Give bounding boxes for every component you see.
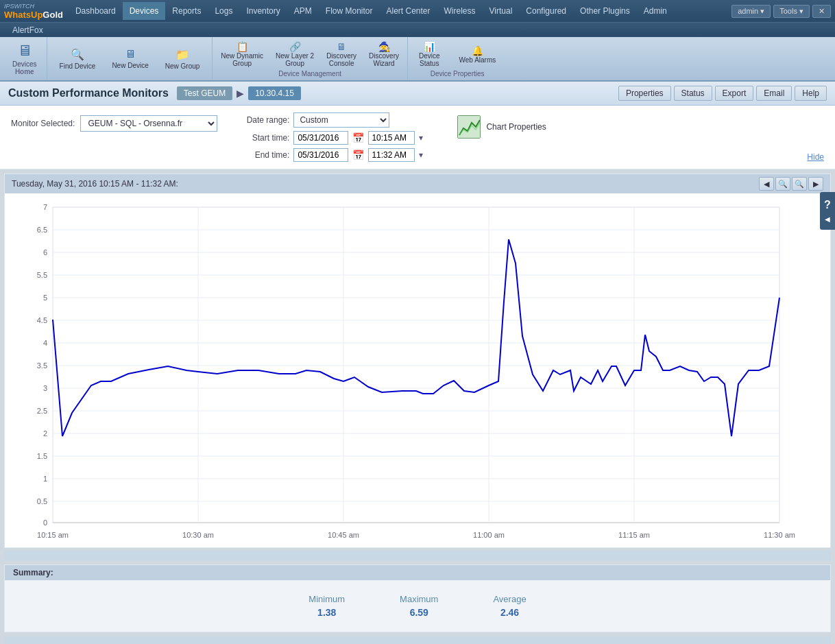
svg-text:5: 5: [43, 294, 47, 302]
svg-text:0.5: 0.5: [37, 497, 47, 505]
subnav-new-device[interactable]: 🖥 New Device: [105, 45, 155, 72]
svg-text:10:15 am: 10:15 am: [37, 531, 69, 539]
email-button[interactable]: Email: [756, 86, 792, 101]
help-button[interactable]: Help: [795, 86, 827, 101]
summary-min-col: Minimum 1.38: [308, 594, 345, 618]
chart-next-btn[interactable]: ▶: [808, 177, 823, 191]
page-title: Custom Performance Monitors: [8, 87, 169, 99]
summary-min-label: Minimum: [308, 594, 345, 604]
start-time-label: Start time:: [238, 133, 289, 143]
close-btn[interactable]: ✕: [812, 5, 831, 18]
subnav-new-group[interactable]: 📁 New Group: [158, 45, 207, 73]
monitor-select[interactable]: GEUM - SQL - Orsenna.fr: [80, 115, 217, 132]
chart-zoom-out-btn[interactable]: 🔍: [792, 177, 807, 191]
performance-chart: 7 6.5 6 5.5 5 4.5 4 3.5 3 2.5 2 1.5 1 0.…: [12, 200, 800, 543]
subnav-device-status[interactable]: 📊 DeviceStatus: [411, 38, 448, 70]
chart-area: 7 6.5 6 5.5 5 4.5 4 3.5 3 2.5 2 1.5 1 0.…: [5, 193, 830, 547]
svg-text:4: 4: [43, 339, 47, 347]
start-date-input[interactable]: [293, 131, 348, 145]
summary-avg-value: 2.46: [500, 607, 519, 618]
svg-text:2: 2: [43, 429, 47, 438]
chart-time-label: Tuesday, May 31, 2016 10:15 AM - 11:32 A…: [12, 179, 178, 189]
svg-text:11:00 am: 11:00 am: [473, 531, 505, 539]
chart-properties-group[interactable]: Chart Properties: [457, 115, 546, 139]
subnav-find-device[interactable]: 🔍 Find Device: [53, 45, 103, 73]
subnav-home[interactable]: 🖥 Devices Home: [3, 37, 47, 80]
chart-prev-btn[interactable]: ◀: [759, 177, 774, 191]
svg-text:11:30 am: 11:30 am: [764, 531, 795, 539]
nav-alertcenter[interactable]: Alert Center: [379, 2, 437, 20]
nav-configured[interactable]: Configured: [519, 2, 573, 20]
hide-link[interactable]: Hide: [807, 152, 824, 162]
chart-controls: ◀ 🔍 🔍 ▶: [759, 177, 823, 191]
nav-reports[interactable]: Reports: [165, 2, 208, 20]
svg-text:1: 1: [43, 475, 47, 483]
start-calendar-icon[interactable]: 📅: [352, 132, 364, 143]
help-panel[interactable]: ? ◀: [820, 192, 835, 230]
svg-text:7: 7: [43, 203, 47, 211]
admin-dropdown[interactable]: admin ▾: [731, 5, 771, 18]
help-collapse-icon[interactable]: ◀: [825, 215, 830, 223]
date-range-select[interactable]: Custom: [293, 112, 389, 128]
nav-devices[interactable]: Devices: [123, 2, 166, 20]
bottom-spacer: [4, 636, 831, 644]
subnav-new-layer2-group[interactable]: 🔗 New Layer 2Group: [270, 38, 319, 70]
monitor-select-group: Monitor Selected: GEUM - SQL - Orsenna.f…: [11, 115, 217, 132]
summary-avg-label: Average: [493, 594, 526, 604]
properties-button[interactable]: Properties: [618, 86, 671, 101]
nav-logs[interactable]: Logs: [208, 2, 239, 20]
nav-virtual[interactable]: Virtual: [483, 2, 520, 20]
subnav-discovery-wizard[interactable]: 🧙 DiscoveryWizard: [363, 38, 404, 70]
summary-header: Summary:: [5, 565, 830, 580]
chart-icon: [457, 115, 481, 139]
svg-text:11:15 am: 11:15 am: [618, 531, 650, 539]
svg-text:6.5: 6.5: [37, 226, 47, 234]
nav-apm[interactable]: APM: [287, 2, 319, 20]
chart-properties-label: Chart Properties: [486, 122, 546, 132]
chart-spacer: [4, 551, 831, 560]
summary-content: Minimum 1.38 Maximum 6.59 Average 2.46: [5, 580, 830, 632]
svg-text:6: 6: [43, 248, 47, 257]
subnav-new-dynamic-group[interactable]: 📋 New DynamicGroup: [215, 38, 269, 70]
summary-min-value: 1.38: [317, 607, 336, 618]
breadcrumb-device-btn[interactable]: Test GEUM: [177, 86, 232, 100]
nav-otherplugins[interactable]: Other Plugins: [573, 2, 637, 20]
end-time-label: End time:: [238, 150, 289, 160]
summary-max-value: 6.59: [410, 607, 428, 618]
nav-wireless[interactable]: Wireless: [437, 2, 483, 20]
svg-text:1.5: 1.5: [37, 452, 47, 460]
summary-section: Summary: Minimum 1.38 Maximum 6.59 Avera…: [4, 564, 831, 632]
breadcrumb-arrow: ▶: [237, 88, 244, 99]
svg-rect-1: [53, 207, 779, 523]
start-time-input[interactable]: [368, 131, 415, 145]
start-time-dropdown-icon[interactable]: ▾: [419, 133, 423, 143]
subnav-web-alarms[interactable]: 🔔 Web Alarms: [451, 43, 505, 67]
svg-text:0: 0: [43, 518, 47, 527]
svg-text:10:30 am: 10:30 am: [182, 531, 214, 539]
monitor-label: Monitor Selected:: [11, 119, 75, 128]
end-date-input[interactable]: [293, 148, 348, 162]
svg-text:5.5: 5.5: [37, 271, 47, 279]
nav-flowmonitor[interactable]: Flow Monitor: [319, 2, 380, 20]
export-button[interactable]: Export: [715, 86, 754, 101]
svg-text:4.5: 4.5: [37, 316, 47, 324]
summary-avg-col: Average 2.46: [493, 594, 526, 618]
svg-text:3.5: 3.5: [37, 361, 47, 370]
end-time-dropdown-icon[interactable]: ▾: [419, 150, 423, 160]
nav-alertfox[interactable]: AlertFox: [5, 24, 50, 36]
logo: IPSWITCH WhatsUpGold: [4, 3, 63, 20]
nav-inventory[interactable]: Inventory: [239, 2, 287, 20]
svg-text:10:45 am: 10:45 am: [328, 531, 359, 539]
nav-dashboard[interactable]: Dashboard: [69, 2, 123, 20]
status-button[interactable]: Status: [674, 86, 712, 101]
subnav-discovery-console[interactable]: 🖥 DiscoveryConsole: [321, 38, 362, 70]
help-question-icon[interactable]: ?: [824, 199, 831, 211]
end-time-input[interactable]: [368, 148, 415, 162]
nav-admin[interactable]: Admin: [637, 2, 674, 20]
chart-zoom-in-btn[interactable]: 🔍: [775, 177, 790, 191]
end-calendar-icon[interactable]: 📅: [352, 150, 364, 160]
summary-max-label: Maximum: [400, 594, 438, 604]
summary-max-col: Maximum 6.59: [400, 594, 438, 618]
breadcrumb-ip: 10.30.4.15: [248, 86, 301, 100]
tools-dropdown[interactable]: Tools ▾: [773, 5, 810, 18]
